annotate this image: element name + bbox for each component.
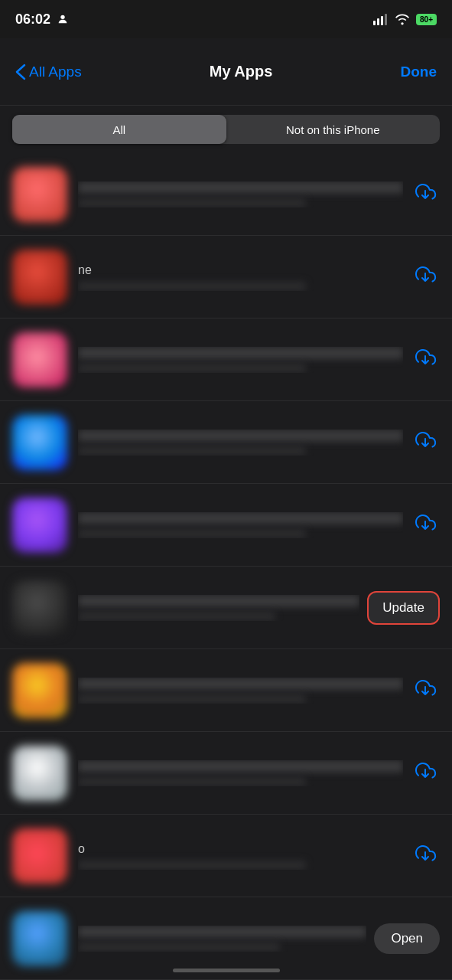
segment-inner: All Not on this iPhone <box>12 115 440 144</box>
app-info <box>78 181 403 207</box>
app-sub <box>78 364 306 373</box>
app-sub <box>78 694 306 704</box>
app-action[interactable]: Open <box>374 923 440 954</box>
signal-icon <box>373 13 389 25</box>
app-icon <box>12 167 67 222</box>
svg-rect-2 <box>377 18 379 25</box>
app-row: o <box>0 815 452 897</box>
cloud-download-icon[interactable] <box>411 180 440 209</box>
app-action[interactable] <box>411 263 440 292</box>
app-info <box>78 347 403 373</box>
segment-not-on-iphone[interactable]: Not on this iPhone <box>226 115 441 144</box>
time-label: 06:02 <box>15 11 50 28</box>
app-sub <box>78 198 306 207</box>
app-icon <box>12 911 67 966</box>
app-name: o <box>78 842 403 856</box>
status-icons: 80+ <box>373 13 437 25</box>
app-info <box>78 512 403 538</box>
app-info: ne <box>78 263 403 291</box>
app-sub <box>78 777 306 786</box>
svg-rect-1 <box>373 21 376 25</box>
cloud-download-icon[interactable] <box>411 345 440 374</box>
app-icon <box>12 498 67 553</box>
app-icon <box>12 663 67 718</box>
app-name <box>78 347 403 359</box>
app-row: ne <box>0 236 452 318</box>
svg-rect-3 <box>381 16 383 25</box>
app-row <box>0 153 452 236</box>
update-button[interactable]: Update <box>367 591 440 625</box>
status-time: 06:02 <box>15 11 69 28</box>
app-name <box>78 181 403 194</box>
done-button[interactable]: Done <box>400 64 437 80</box>
app-row: Update <box>0 567 452 649</box>
app-action[interactable] <box>411 180 440 209</box>
battery-label: 80+ <box>416 14 437 25</box>
cloud-download-icon[interactable] <box>411 511 440 540</box>
segment-all[interactable]: All <box>12 115 226 144</box>
app-row <box>0 318 452 401</box>
app-list: ne Update <box>0 153 452 980</box>
segment-all-label: All <box>112 123 125 136</box>
app-sub <box>78 942 280 952</box>
open-button[interactable]: Open <box>374 923 440 954</box>
cloud-download-icon[interactable] <box>411 428 440 457</box>
cloud-download-icon[interactable] <box>411 676 440 705</box>
app-icon <box>12 250 67 305</box>
app-info <box>78 678 403 704</box>
home-indicator <box>173 969 280 972</box>
app-name <box>78 595 359 607</box>
segment-not-on-iphone-label: Not on this iPhone <box>286 123 380 136</box>
cloud-download-icon[interactable] <box>411 759 440 788</box>
wifi-icon <box>395 13 410 25</box>
svg-rect-4 <box>385 14 387 25</box>
person-icon <box>57 13 69 25</box>
app-action[interactable] <box>411 345 440 374</box>
app-row <box>0 649 452 732</box>
status-bar: 06:02 80+ <box>0 0 452 38</box>
app-action[interactable] <box>411 511 440 540</box>
app-row: Open <box>0 897 452 980</box>
page-title: My Apps <box>210 63 273 80</box>
app-icon <box>12 746 67 801</box>
app-row <box>0 484 452 567</box>
app-info <box>78 760 403 786</box>
back-label: All Apps <box>29 64 82 80</box>
app-sub <box>78 612 275 621</box>
app-name <box>78 512 403 524</box>
app-name: ne <box>78 263 403 277</box>
app-sub <box>78 282 306 291</box>
cloud-download-icon[interactable] <box>411 263 440 292</box>
segment-control: All Not on this iPhone <box>0 106 452 153</box>
svg-point-0 <box>60 15 64 19</box>
app-action[interactable] <box>411 676 440 705</box>
app-action[interactable] <box>411 428 440 457</box>
app-icon <box>12 580 67 635</box>
app-row <box>0 401 452 484</box>
app-sub <box>78 529 306 538</box>
app-name <box>78 760 403 773</box>
cloud-download-icon[interactable] <box>411 841 440 871</box>
nav-bar: All Apps My Apps Done <box>0 38 452 106</box>
back-button[interactable]: All Apps <box>15 64 82 80</box>
app-icon <box>12 828 67 884</box>
app-action[interactable]: Update <box>367 591 440 625</box>
app-icon <box>12 415 67 470</box>
app-action[interactable] <box>411 841 440 871</box>
app-info <box>78 926 366 952</box>
app-info: o <box>78 842 403 870</box>
app-name <box>78 926 366 938</box>
app-row <box>0 732 452 815</box>
app-icon <box>12 332 67 387</box>
app-sub <box>78 446 306 456</box>
chevron-left-icon <box>15 64 26 80</box>
app-info <box>78 595 359 621</box>
app-info <box>78 430 403 456</box>
app-name <box>78 430 403 442</box>
app-action[interactable] <box>411 759 440 788</box>
app-sub <box>78 861 306 870</box>
app-name <box>78 678 403 690</box>
